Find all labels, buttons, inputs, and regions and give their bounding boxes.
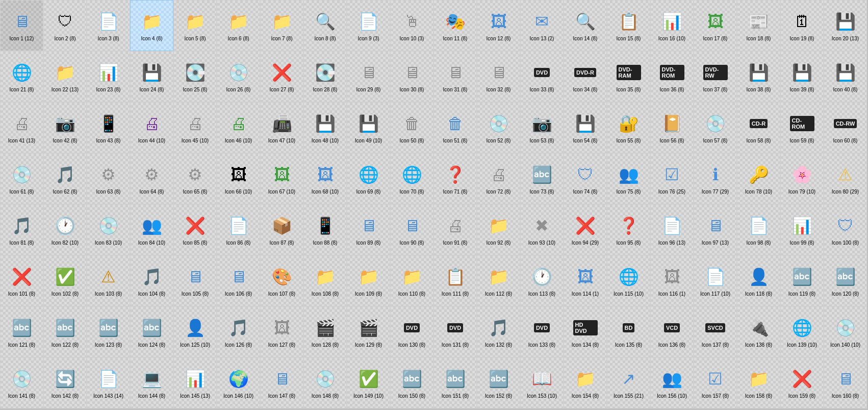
icon-cell-83[interactable]: 💿Icon 83 (10): [87, 204, 130, 255]
icon-cell-86[interactable]: 📄Icon 86 (8): [217, 204, 260, 255]
icon-cell-46[interactable]: 🖨Icon 46 (10): [217, 102, 260, 153]
icon-cell-8[interactable]: 🔍Icon 8 (8): [303, 0, 347, 51]
icon-cell-27[interactable]: ❌Icon 27 (8): [260, 51, 303, 102]
icon-cell-157[interactable]: ☑Icon 157 (8): [694, 357, 737, 408]
icon-cell-45[interactable]: 🖨Icon 45 (10): [173, 102, 217, 153]
icon-cell-147[interactable]: 🖥Icon 147 (8): [260, 357, 303, 408]
icon-cell-63[interactable]: ⚙Icon 63 (8): [87, 153, 130, 204]
icon-cell-49[interactable]: 💾Icon 49 (10): [347, 102, 390, 153]
icon-cell-28[interactable]: 💽Icon 28 (8): [303, 51, 347, 102]
icon-cell-59[interactable]: CD-ROMIcon 59 (8): [780, 102, 824, 153]
icon-cell-154[interactable]: 📁Icon 154 (8): [564, 357, 607, 408]
icon-cell-90[interactable]: 🖥Icon 90 (8): [390, 204, 433, 255]
icon-cell-68[interactable]: 🖼Icon 68 (10): [303, 153, 347, 204]
icon-cell-44[interactable]: 🖨Icon 44 (10): [130, 102, 173, 153]
icon-cell-121[interactable]: 🔤Icon 121 (8): [0, 306, 43, 357]
icon-cell-40[interactable]: 💾Icon 40 (8): [824, 51, 867, 102]
icon-cell-18[interactable]: 📰Icon 18 (8): [737, 0, 780, 51]
icon-cell-48[interactable]: 💾Icon 48 (10): [303, 102, 347, 153]
icon-cell-64[interactable]: ⚙Icon 64 (8): [130, 153, 173, 204]
icon-cell-14[interactable]: 🔍Icon 14 (8): [564, 0, 607, 51]
icon-cell-4[interactable]: 📁Icon 4 (8): [130, 0, 173, 51]
icon-cell-99[interactable]: 📊Icon 99 (8): [780, 204, 824, 255]
icon-cell-127[interactable]: 🖼Icon 127 (8): [260, 306, 303, 357]
icon-cell-124[interactable]: 🔤Icon 124 (8): [130, 306, 173, 357]
icon-cell-7[interactable]: 📁Icon 7 (8): [260, 0, 303, 51]
icon-cell-55[interactable]: 🔐Icon 55 (8): [607, 102, 650, 153]
icon-cell-71[interactable]: ❓Icon 71 (8): [433, 153, 477, 204]
icon-cell-53[interactable]: 📷Icon 53 (8): [520, 102, 564, 153]
icon-cell-116[interactable]: 🖼Icon 116 (1): [650, 255, 694, 306]
icon-cell-153[interactable]: 📖Icon 153 (10): [520, 357, 564, 408]
icon-cell-42[interactable]: 📷Icon 42 (8): [43, 102, 87, 153]
icon-cell-25[interactable]: 💽Icon 25 (8): [173, 51, 217, 102]
icon-cell-120[interactable]: 🔤Icon 120 (8): [824, 255, 867, 306]
icon-cell-26[interactable]: 💿Icon 26 (8): [217, 51, 260, 102]
icon-cell-77[interactable]: ℹIcon 77 (29): [694, 153, 737, 204]
icon-cell-39[interactable]: 💾Icon 39 (8): [780, 51, 824, 102]
icon-cell-29[interactable]: 🖥Icon 29 (8): [347, 51, 390, 102]
icon-cell-160[interactable]: 🖥Icon 160 (8): [824, 357, 867, 408]
icon-cell-76[interactable]: ☑Icon 76 (25): [650, 153, 694, 204]
icon-cell-93[interactable]: ✖Icon 93 (10): [520, 204, 564, 255]
icon-cell-111[interactable]: 📋Icon 111 (8): [433, 255, 477, 306]
icon-cell-136[interactable]: VCDIcon 136 (8): [650, 306, 694, 357]
icon-cell-24[interactable]: 💾Icon 24 (8): [130, 51, 173, 102]
icon-cell-138[interactable]: 🔌Icon 138 (8): [737, 306, 780, 357]
icon-cell-6[interactable]: 📁Icon 6 (8): [217, 0, 260, 51]
icon-cell-11[interactable]: 🎭Icon 11 (8): [433, 0, 477, 51]
icon-cell-81[interactable]: 🎵Icon 81 (8): [0, 204, 43, 255]
icon-cell-74[interactable]: 🛡Icon 74 (8): [564, 153, 607, 204]
icon-cell-143[interactable]: 📄Icon 143 (14): [87, 357, 130, 408]
icon-cell-137[interactable]: SVCDIcon 137 (8): [694, 306, 737, 357]
icon-cell-22[interactable]: 📁Icon 22 (13): [43, 51, 87, 102]
icon-cell-15[interactable]: 📋Icon 15 (8): [607, 0, 650, 51]
icon-cell-69[interactable]: 🌐Icon 69 (8): [347, 153, 390, 204]
icon-cell-62[interactable]: 🎵Icon 62 (8): [43, 153, 87, 204]
icon-cell-47[interactable]: 📠Icon 47 (10): [260, 102, 303, 153]
icon-cell-58[interactable]: CD-RIcon 58 (8): [737, 102, 780, 153]
icon-cell-50[interactable]: 🗑Icon 50 (8): [390, 102, 433, 153]
icon-cell-80[interactable]: ⚠Icon 80 (29): [824, 153, 867, 204]
icon-cell-57[interactable]: 💿Icon 57 (8): [694, 102, 737, 153]
icon-cell-151[interactable]: 🔤Icon 151 (8): [433, 357, 477, 408]
icon-cell-73[interactable]: 🔤Icon 73 (8): [520, 153, 564, 204]
icon-cell-92[interactable]: 📁Icon 92 (8): [477, 204, 520, 255]
icon-cell-10[interactable]: 🖱Icon 10 (3): [390, 0, 433, 51]
icon-cell-32[interactable]: 🖥Icon 32 (8): [477, 51, 520, 102]
icon-cell-61[interactable]: 💿Icon 61 (8): [0, 153, 43, 204]
icon-cell-56[interactable]: 📔Icon 56 (8): [650, 102, 694, 153]
icon-cell-1[interactable]: 🖥Icon 1 (12): [0, 0, 43, 51]
icon-cell-122[interactable]: 🔤Icon 122 (8): [43, 306, 87, 357]
icon-cell-156[interactable]: 👥Icon 156 (10): [650, 357, 694, 408]
icon-cell-152[interactable]: 🔤Icon 152 (8): [477, 357, 520, 408]
icon-cell-89[interactable]: 🖥Icon 89 (8): [347, 204, 390, 255]
icon-cell-140[interactable]: 💿Icon 140 (10): [824, 306, 867, 357]
icon-cell-65[interactable]: ⚙Icon 65 (8): [173, 153, 217, 204]
icon-cell-36[interactable]: DVD-ROMIcon 36 (8): [650, 51, 694, 102]
icon-cell-3[interactable]: 📄Icon 3 (8): [87, 0, 130, 51]
icon-cell-60[interactable]: CD-RWIcon 60 (8): [824, 102, 867, 153]
icon-cell-104[interactable]: 🎵Icon 104 (8): [130, 255, 173, 306]
icon-cell-13[interactable]: ✉Icon 13 (2): [520, 0, 564, 51]
icon-cell-30[interactable]: 🖥Icon 30 (8): [390, 51, 433, 102]
icon-cell-35[interactable]: DVD-RAMIcon 35 (8): [607, 51, 650, 102]
icon-cell-101[interactable]: ❌Icon 101 (8): [0, 255, 43, 306]
icon-cell-43[interactable]: 📱Icon 43 (8): [87, 102, 130, 153]
icon-cell-52[interactable]: 💿Icon 52 (8): [477, 102, 520, 153]
icon-cell-150[interactable]: 🔤Icon 150 (8): [390, 357, 433, 408]
icon-cell-17[interactable]: 🖼Icon 17 (8): [694, 0, 737, 51]
icon-cell-87[interactable]: 📦Icon 87 (8): [260, 204, 303, 255]
icon-cell-110[interactable]: 📁Icon 110 (8): [390, 255, 433, 306]
icon-cell-118[interactable]: 👤Icon 118 (8): [737, 255, 780, 306]
icon-cell-112[interactable]: 📁Icon 112 (8): [477, 255, 520, 306]
icon-cell-88[interactable]: 📱Icon 88 (8): [303, 204, 347, 255]
icon-cell-70[interactable]: 🌐Icon 70 (8): [390, 153, 433, 204]
icon-cell-12[interactable]: 🖼Icon 12 (8): [477, 0, 520, 51]
icon-cell-23[interactable]: 📊Icon 23 (8): [87, 51, 130, 102]
icon-cell-113[interactable]: 🕐Icon 113 (8): [520, 255, 564, 306]
icon-cell-108[interactable]: 📁Icon 108 (8): [303, 255, 347, 306]
icon-cell-119[interactable]: 🔤Icon 119 (8): [780, 255, 824, 306]
icon-cell-132[interactable]: 🎵Icon 132 (8): [477, 306, 520, 357]
icon-cell-21[interactable]: 🌐Icon 21 (8): [0, 51, 43, 102]
